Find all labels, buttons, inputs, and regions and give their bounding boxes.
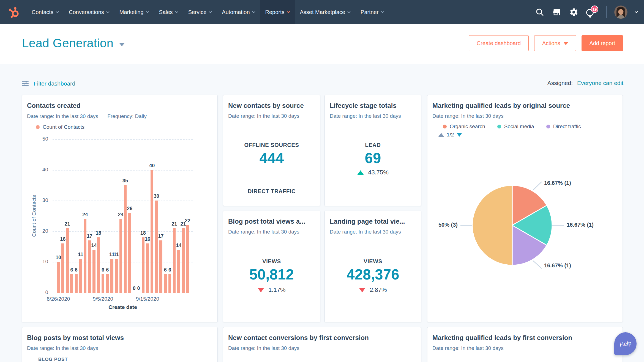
bar[interactable] (168, 274, 171, 293)
chevron-down-icon (106, 10, 109, 13)
nav-item-service[interactable]: Service (183, 0, 217, 24)
bar[interactable] (57, 262, 60, 293)
card-subtitle: Date range: In the last 30 days (228, 113, 315, 119)
card-subtitle: Date range: In the last 30 days (432, 345, 617, 351)
bar[interactable] (146, 243, 149, 293)
hubspot-logo[interactable] (8, 6, 20, 18)
bar[interactable] (164, 274, 167, 293)
settings-gear-icon[interactable] (569, 7, 578, 17)
create-dashboard-button[interactable]: Create dashboard (469, 35, 529, 51)
gridline (53, 262, 193, 262)
nav-menu: Contacts Conversations Marketing Sales S… (26, 0, 389, 24)
card-title: New contact conversions by first convers… (228, 334, 416, 342)
add-report-button[interactable]: Add report (582, 35, 623, 51)
metric-value: 50,812 (223, 266, 320, 283)
chevron-down-icon (175, 10, 178, 13)
bar-value-label: 17 (155, 233, 167, 239)
header-buttons: Create dashboard Actions Add report (469, 35, 623, 51)
bar[interactable] (119, 219, 122, 293)
help-button[interactable]: Help (614, 332, 637, 355)
bar[interactable] (159, 240, 162, 293)
bar-value-label: 22 (181, 218, 194, 224)
chevron-down-icon (347, 10, 350, 13)
assigned-label: Assigned: (547, 80, 573, 86)
nav-item-conversations[interactable]: Conversations (64, 0, 114, 24)
bar[interactable] (92, 250, 95, 293)
bar[interactable] (110, 259, 113, 293)
notification-balloon-base (589, 16, 591, 18)
assigned-permission-link[interactable]: Everyone can edit (577, 80, 623, 86)
page-title: Lead Generation (22, 36, 113, 50)
nav-item-marketing[interactable]: Marketing (114, 0, 154, 24)
nav-item-sales[interactable]: Sales (154, 0, 183, 24)
nav-item-automation[interactable]: Automation (217, 0, 260, 24)
bar[interactable] (155, 201, 158, 293)
bar[interactable] (177, 250, 180, 293)
bar[interactable] (84, 219, 87, 293)
actions-button[interactable]: Actions (534, 35, 576, 51)
card-contacts-created: Contacts created Date range: In the last… (22, 95, 218, 322)
nav-item-asset-marketplace[interactable]: Asset Marketplace (295, 0, 356, 24)
filter-sliders-icon (21, 80, 29, 87)
bar[interactable] (173, 228, 176, 293)
x-tick-label: 9/15/2020 (127, 296, 168, 302)
account-chevron-down-icon[interactable] (635, 10, 638, 13)
metric-value: 69 (325, 150, 421, 166)
bar[interactable] (70, 274, 73, 293)
metric-delta: 43.75% (325, 169, 421, 176)
bar[interactable] (142, 237, 145, 293)
bar[interactable] (102, 274, 105, 293)
card-subtitle: Date range: In the last 30 days (330, 229, 416, 235)
card-mql-by-original-source: Marketing qualified leads by original so… (427, 95, 623, 322)
bar[interactable] (106, 274, 109, 293)
bar[interactable] (151, 170, 154, 293)
bar-chart: Count of Contacts Create date 0102030405… (22, 95, 218, 323)
card-title: New contacts by source (228, 102, 315, 109)
top-navigation: Contacts Conversations Marketing Sales S… (0, 0, 644, 24)
filter-dashboard-link[interactable]: Filter dashboard (21, 80, 75, 87)
arrow-down-icon (258, 288, 264, 292)
x-tick-label: 9/5/2020 (82, 296, 124, 302)
avatar[interactable] (614, 6, 627, 19)
bar[interactable] (186, 225, 189, 293)
notifications-icon[interactable]: 19 (586, 6, 598, 18)
nav-item-reports[interactable]: Reports (260, 0, 295, 24)
bar[interactable] (115, 259, 118, 293)
x-axis-title: Create date (81, 304, 164, 310)
card-blog-post-total-views: Blog post total views a... Date range: I… (223, 211, 320, 322)
y-axis-title: Count of Contacts (31, 172, 37, 260)
actions-caret-icon (564, 42, 568, 45)
marketplace-icon[interactable] (552, 7, 561, 17)
card-new-contacts-by-source: New contacts by source Date range: In th… (223, 95, 320, 206)
chevron-down-icon (56, 10, 59, 13)
gridline (53, 201, 193, 201)
pie-slice-label: 16.67% (1) (544, 262, 571, 269)
notification-count-badge: 19 (591, 6, 598, 13)
bar-value-label: 40 (146, 163, 158, 169)
bar[interactable] (75, 274, 78, 293)
bar[interactable] (97, 237, 100, 293)
bar[interactable] (66, 228, 69, 293)
bar[interactable] (79, 259, 82, 293)
bar-value-label: 26 (123, 206, 136, 212)
nav-item-contacts[interactable]: Contacts (26, 0, 64, 24)
card-landing-page-total-views: Landing page total vie... Date range: In… (324, 211, 421, 322)
pie-slice[interactable] (472, 185, 512, 265)
bar-value-label: 35 (119, 178, 132, 184)
bar[interactable] (182, 228, 185, 293)
pie-leader-line (533, 182, 542, 190)
metric-delta: 1.17% (223, 286, 320, 294)
bar[interactable] (124, 185, 127, 293)
card-blog-posts-by-most-total-views: Blog posts by most total views Date rang… (22, 327, 218, 362)
dashboard-title-dropdown[interactable]: Lead Generation (22, 36, 125, 50)
table-column-header: BLOG POST (38, 357, 217, 362)
card-subtitle: Date range: In the last 30 days (330, 113, 416, 119)
bar[interactable] (128, 213, 131, 293)
arrow-down-icon (359, 288, 365, 292)
metric-delta: 2.87% (325, 286, 421, 294)
bar[interactable] (61, 243, 64, 293)
search-icon[interactable] (535, 7, 544, 17)
nav-item-partner[interactable]: Partner (355, 0, 389, 24)
title-dropdown-caret-icon (119, 43, 125, 46)
card-subtitle: Date range: In the last 30 days (27, 345, 212, 351)
